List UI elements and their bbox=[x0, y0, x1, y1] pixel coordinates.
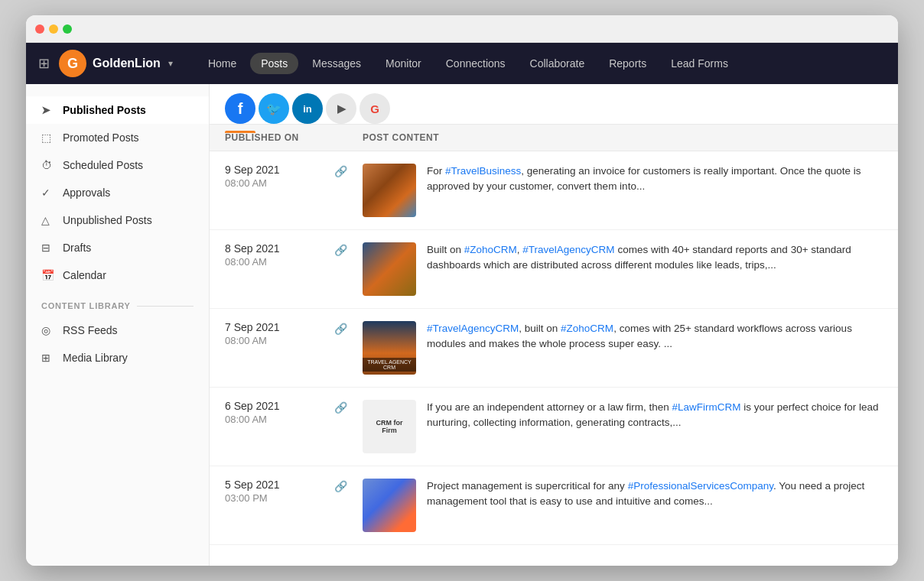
rss-icon: ◎ bbox=[41, 324, 55, 336]
sidebar-label-unpublished: Unpublished Posts bbox=[63, 214, 152, 226]
social-tabs: f 🐦 in ▶ G bbox=[210, 84, 898, 125]
post-thumbnail bbox=[363, 479, 416, 532]
layers-icon: ⊟ bbox=[41, 242, 55, 254]
sidebar-item-promoted-posts[interactable]: ⬚ Promoted Posts bbox=[26, 124, 209, 151]
close-button[interactable] bbox=[35, 24, 44, 34]
sidebar-item-scheduled-posts[interactable]: ⏱ Scheduled Posts bbox=[26, 151, 209, 179]
post-thumbnail: TRAVEL AGENCY CRM bbox=[363, 321, 416, 375]
post-date-col: 9 Sep 2021 08:00 AM 🔗 bbox=[225, 164, 363, 189]
sidebar-label-approvals: Approvals bbox=[63, 187, 110, 199]
archive-icon: ⊞ bbox=[41, 352, 55, 364]
check-circle-icon: ✓ bbox=[41, 187, 55, 199]
nav-connections[interactable]: Connections bbox=[435, 53, 516, 74]
post-text: If you are an independent attorney or a … bbox=[427, 400, 883, 431]
sidebar-item-rss-feeds[interactable]: ◎ RSS Feeds bbox=[26, 316, 209, 344]
nav-lead-forms[interactable]: Lead Forms bbox=[660, 53, 739, 74]
calendar-icon: 📅 bbox=[41, 269, 55, 281]
posts-table: 9 Sep 2021 08:00 AM 🔗 For #TravelBusines… bbox=[210, 151, 898, 566]
tag-icon: ⬚ bbox=[41, 131, 55, 144]
app-window: ⊞ G GoldenLion ▾ Home Posts Messages Mon… bbox=[26, 15, 898, 566]
post-time: 08:00 AM bbox=[225, 177, 363, 189]
sidebar-item-calendar[interactable]: 📅 Calendar bbox=[26, 261, 209, 289]
post-time: 08:00 AM bbox=[225, 256, 363, 268]
post-thumbnail bbox=[363, 242, 416, 296]
post-date-col: 7 Sep 2021 08:00 AM 🔗 bbox=[225, 321, 363, 346]
titlebar bbox=[26, 15, 898, 43]
link-icon[interactable]: 🔗 bbox=[334, 401, 347, 414]
sidebar-label-scheduled: Scheduled Posts bbox=[63, 159, 143, 171]
hashtag-professionalservices[interactable]: #ProfessionalServicesCompany bbox=[628, 480, 773, 492]
post-text: Project management is supercritical for … bbox=[427, 479, 883, 510]
send-icon: ➤ bbox=[41, 104, 55, 116]
sidebar-item-published-posts[interactable]: ➤ Published Posts bbox=[26, 96, 209, 124]
link-icon[interactable]: 🔗 bbox=[334, 244, 347, 256]
tab-facebook[interactable]: f bbox=[225, 93, 255, 124]
nav-collaborate[interactable]: Collaborate bbox=[519, 53, 596, 74]
sidebar-item-drafts[interactable]: ⊟ Drafts bbox=[26, 234, 209, 261]
post-time: 08:00 AM bbox=[225, 414, 363, 425]
post-content-col: Built on #ZohoCRM, #TravelAgencyCRM come… bbox=[363, 242, 883, 296]
col-post-content: POST CONTENT bbox=[363, 132, 883, 143]
post-content-col: Project management is supercritical for … bbox=[363, 479, 883, 532]
hashtag-zohocrm2[interactable]: #ZohoCRM bbox=[561, 323, 613, 334]
tab-twitter[interactable]: 🐦 bbox=[259, 93, 289, 124]
nav-home[interactable]: Home bbox=[197, 53, 247, 74]
sidebar-item-unpublished-posts[interactable]: △ Unpublished Posts bbox=[26, 206, 209, 234]
brand-chevron-icon[interactable]: ▾ bbox=[168, 58, 173, 69]
tab-youtube[interactable]: ▶ bbox=[326, 93, 356, 124]
post-thumbnail bbox=[363, 164, 416, 217]
minimize-button[interactable] bbox=[49, 24, 58, 34]
sidebar-label-rss: RSS Feeds bbox=[63, 324, 118, 336]
post-date-col: 6 Sep 2021 08:00 AM 🔗 bbox=[225, 400, 363, 425]
nav-monitor[interactable]: Monitor bbox=[375, 53, 432, 74]
clock-icon: ⏱ bbox=[41, 159, 55, 171]
post-text: #TravelAgencyCRM, built on #ZohoCRM, com… bbox=[427, 321, 883, 352]
post-date-col: 8 Sep 2021 08:00 AM 🔗 bbox=[225, 242, 363, 268]
brand-logo: G bbox=[59, 50, 86, 77]
content-area: f 🐦 in ▶ G PUBLISHED ON POST CONTENT 9 S… bbox=[210, 84, 898, 566]
table-row: 7 Sep 2021 08:00 AM 🔗 TRAVEL AGENCY CRM … bbox=[210, 309, 898, 388]
nav-posts[interactable]: Posts bbox=[250, 53, 298, 74]
nav-reports[interactable]: Reports bbox=[598, 53, 657, 74]
hashtag-travelagencycrm2[interactable]: #TravelAgencyCRM bbox=[427, 323, 519, 334]
sidebar-label-promoted: Promoted Posts bbox=[63, 131, 139, 144]
post-date-col: 5 Sep 2021 03:00 PM 🔗 bbox=[225, 479, 363, 504]
hashtag-lawfirmcrm[interactable]: #LawFirmCRM bbox=[672, 401, 740, 413]
table-header: PUBLISHED ON POST CONTENT bbox=[210, 125, 898, 151]
col-published-on: PUBLISHED ON bbox=[225, 132, 363, 143]
post-time: 03:00 PM bbox=[225, 492, 363, 504]
sidebar: ➤ Published Posts ⬚ Promoted Posts ⏱ Sch… bbox=[26, 84, 210, 566]
sidebar-label-drafts: Drafts bbox=[63, 242, 91, 254]
brand: G GoldenLion ▾ bbox=[59, 50, 173, 77]
hashtag-zohocrm[interactable]: #ZohoCRM bbox=[464, 244, 517, 255]
sidebar-item-media-library[interactable]: ⊞ Media Library bbox=[26, 344, 209, 372]
nav-messages[interactable]: Messages bbox=[301, 53, 372, 74]
post-time: 08:00 AM bbox=[225, 335, 363, 346]
grid-icon[interactable]: ⊞ bbox=[38, 55, 50, 72]
sidebar-label-calendar: Calendar bbox=[63, 269, 106, 281]
sidebar-label-media: Media Library bbox=[63, 352, 128, 364]
sidebar-label-published: Published Posts bbox=[63, 104, 146, 116]
main-layout: ➤ Published Posts ⬚ Promoted Posts ⏱ Sch… bbox=[26, 84, 898, 566]
post-thumbnail: CRM for Firm bbox=[363, 400, 416, 453]
link-icon[interactable]: 🔗 bbox=[334, 480, 347, 492]
post-content-col: CRM for Firm If you are an independent a… bbox=[363, 400, 883, 453]
top-navigation: ⊞ G GoldenLion ▾ Home Posts Messages Mon… bbox=[26, 43, 898, 84]
link-icon[interactable]: 🔗 bbox=[334, 165, 347, 177]
sidebar-item-approvals[interactable]: ✓ Approvals bbox=[26, 179, 209, 206]
table-row: 5 Sep 2021 03:00 PM 🔗 Project management… bbox=[210, 466, 898, 545]
tab-google[interactable]: G bbox=[360, 93, 390, 124]
alert-triangle-icon: △ bbox=[41, 214, 55, 226]
table-row: 9 Sep 2021 08:00 AM 🔗 For #TravelBusines… bbox=[210, 151, 898, 230]
hashtag-travelbusiness[interactable]: #TravelBusiness bbox=[445, 165, 521, 177]
post-text: Built on #ZohoCRM, #TravelAgencyCRM come… bbox=[427, 242, 883, 274]
table-row: 6 Sep 2021 08:00 AM 🔗 CRM for Firm If bbox=[210, 388, 898, 466]
post-content-col: For #TravelBusiness, generating an invoi… bbox=[363, 164, 883, 217]
brand-name: GoldenLion bbox=[93, 57, 161, 70]
tab-linkedin[interactable]: in bbox=[292, 93, 323, 124]
post-content-col: TRAVEL AGENCY CRM #TravelAgencyCRM, buil… bbox=[363, 321, 883, 375]
table-row: 8 Sep 2021 08:00 AM 🔗 Built on #ZohoCRM,… bbox=[210, 230, 898, 309]
maximize-button[interactable] bbox=[63, 24, 72, 34]
link-icon[interactable]: 🔗 bbox=[334, 323, 347, 335]
hashtag-travelagencycrm[interactable]: #TravelAgencyCRM bbox=[522, 244, 614, 255]
